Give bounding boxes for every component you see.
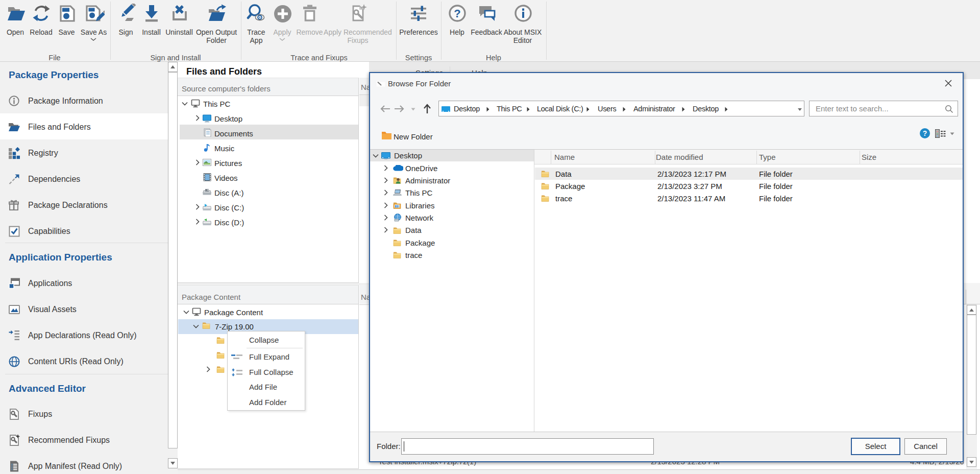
svg-text:?: ? [454,7,460,20]
